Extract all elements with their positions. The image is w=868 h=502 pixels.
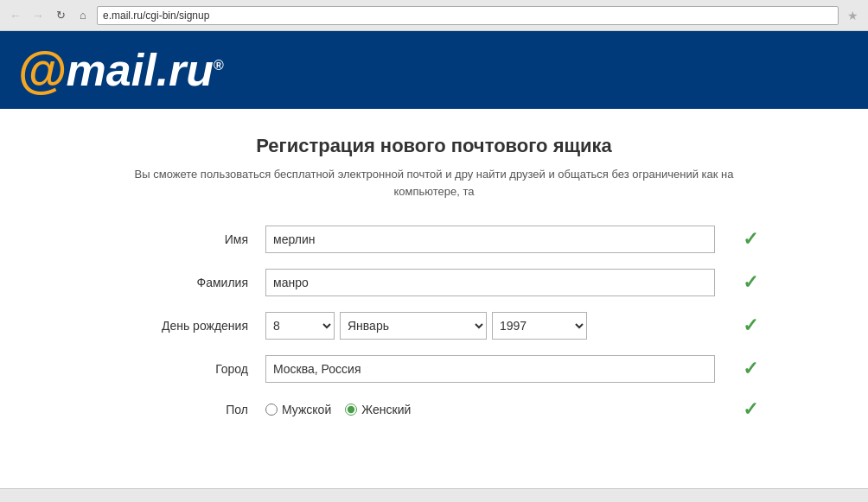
gender-male-option[interactable]: Мужской: [265, 403, 331, 416]
first-name-field: [265, 226, 734, 253]
gender-field: Мужской Женский: [265, 403, 734, 416]
main-content: Регистрация нового почтового ящика Вы см…: [0, 109, 868, 454]
last-name-label: Фамилия: [110, 276, 265, 289]
first-name-label: Имя: [110, 232, 265, 246]
gender-male-label: Мужской: [282, 403, 331, 416]
first-name-row: Имя ✓: [110, 226, 758, 253]
birthday-label: День рождения: [110, 319, 265, 333]
back-button[interactable]: ←: [7, 7, 24, 24]
site-header: @ mail .ru®: [0, 31, 868, 109]
gender-female-option[interactable]: Женский: [345, 403, 411, 416]
forward-button[interactable]: →: [29, 7, 47, 24]
birthday-checkmark: ✓: [743, 315, 758, 337]
last-name-input[interactable]: [265, 269, 715, 296]
city-field: [265, 355, 734, 383]
address-bar[interactable]: [97, 6, 839, 25]
city-label: Город: [110, 362, 265, 376]
last-name-field: [265, 269, 734, 296]
gender-male-radio[interactable]: [265, 404, 278, 416]
gender-female-label: Женский: [361, 403, 411, 416]
gender-checkmark: ✓: [743, 398, 758, 421]
gender-female-radio[interactable]: [345, 404, 357, 416]
city-row: Город ✓: [110, 355, 758, 383]
gender-label: Пол: [110, 403, 265, 416]
gender-row: Пол Мужской Женский ✓: [110, 398, 758, 421]
first-name-checkmark: ✓: [743, 228, 758, 251]
refresh-button[interactable]: ↻: [52, 7, 69, 24]
bottom-scrollbar: [0, 488, 868, 502]
birthday-day-select[interactable]: 8 1 2 3 4 5 6 7 9 10 15 20 25 31: [265, 312, 335, 340]
gender-options: Мужской Женский: [265, 403, 734, 416]
bookmark-icon[interactable]: ★: [844, 7, 861, 24]
birthday-selects: 8 1 2 3 4 5 6 7 9 10 15 20 25 31: [265, 312, 734, 340]
birthday-field: 8 1 2 3 4 5 6 7 9 10 15 20 25 31: [265, 312, 734, 340]
page-title: Регистрация нового почтового ящика: [110, 135, 758, 157]
home-button[interactable]: ⌂: [74, 7, 92, 24]
birthday-year-select[interactable]: 1997 1996 1995 1990 1985 1980 1975 2000 …: [492, 312, 587, 340]
first-name-input[interactable]: [265, 226, 715, 253]
logo-mail-text: mail: [67, 48, 156, 92]
city-input[interactable]: [265, 355, 715, 383]
registration-form-container: Регистрация нового почтового ящика Вы см…: [110, 135, 758, 421]
logo-at-symbol: @: [17, 45, 67, 95]
browser-chrome: ← → ↻ ⌂ ★: [0, 0, 868, 31]
last-name-row: Фамилия ✓: [110, 269, 758, 296]
birthday-row: День рождения 8 1 2 3 4 5 6 7 9 10 15: [110, 312, 758, 340]
city-checkmark: ✓: [743, 358, 758, 380]
site-logo: @ mail .ru®: [17, 45, 224, 95]
logo-domain-text: .ru®: [156, 48, 224, 92]
page-subtitle: Вы сможете пользоваться бесплатной элект…: [110, 166, 758, 200]
last-name-checkmark: ✓: [743, 271, 758, 294]
birthday-month-select[interactable]: Январь Февраль Март Апрель Май Июнь Июль…: [340, 312, 487, 340]
